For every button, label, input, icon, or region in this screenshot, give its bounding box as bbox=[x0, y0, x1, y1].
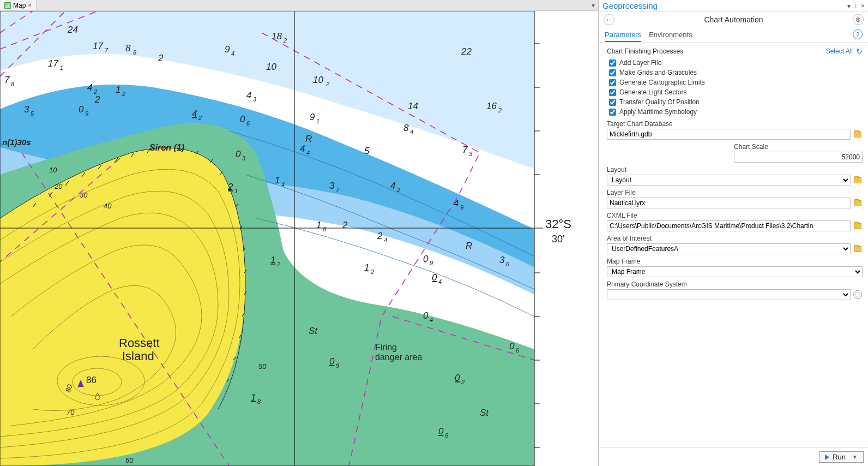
svg-text:10: 10 bbox=[313, 75, 323, 85]
svg-text:4: 4 bbox=[390, 181, 395, 191]
select-all-link[interactable]: Select All bbox=[826, 47, 853, 55]
svg-text:1: 1 bbox=[364, 262, 369, 273]
svg-text:1: 1 bbox=[116, 85, 120, 95]
svg-text:4: 4 bbox=[246, 90, 251, 100]
svg-text:8: 8 bbox=[323, 226, 327, 232]
label-target-db: Target Chart Database bbox=[607, 120, 863, 128]
svg-text:9: 9 bbox=[225, 44, 230, 55]
browse-layer-file[interactable] bbox=[853, 198, 863, 208]
svg-text:2: 2 bbox=[396, 187, 400, 193]
tab-parameters[interactable]: Parameters bbox=[605, 27, 641, 42]
svg-text:2: 2 bbox=[122, 91, 125, 97]
folder-icon bbox=[854, 132, 861, 138]
svg-text:7: 7 bbox=[336, 187, 340, 193]
check-transfer-qop[interactable]: Transfer Quality Of Position bbox=[607, 97, 863, 107]
svg-text:2: 2 bbox=[198, 115, 202, 121]
browse-target-db[interactable] bbox=[853, 129, 863, 139]
browse-layout[interactable] bbox=[853, 175, 863, 185]
svg-text:7: 7 bbox=[105, 47, 108, 53]
browse-pcs[interactable] bbox=[853, 290, 863, 300]
map-canvas[interactable]: 32°S 30' Rossett Island Siren (1) n(1)30… bbox=[0, 11, 598, 466]
check-carto-limits[interactable]: Generate Cartographic Limits bbox=[607, 77, 863, 87]
firing-l2: danger area bbox=[375, 353, 422, 362]
svg-text:10: 10 bbox=[49, 166, 57, 174]
pin-icon[interactable]: ⟂ bbox=[854, 2, 858, 10]
close-panel-icon[interactable]: × bbox=[861, 2, 865, 10]
svg-text:70: 70 bbox=[67, 408, 75, 416]
tab-environments[interactable]: Environments bbox=[649, 27, 692, 42]
svg-text:0: 0 bbox=[455, 373, 460, 383]
checkbox[interactable] bbox=[609, 89, 616, 96]
map-tab-bar: Map × ▾ bbox=[0, 0, 598, 11]
svg-text:4: 4 bbox=[300, 144, 305, 154]
help-icon[interactable]: ? bbox=[853, 29, 863, 39]
close-icon[interactable]: × bbox=[28, 2, 32, 9]
svg-text:3: 3 bbox=[499, 255, 505, 265]
svg-text:1: 1 bbox=[275, 175, 280, 186]
input-chart-scale[interactable] bbox=[734, 152, 863, 163]
browse-aoi[interactable] bbox=[853, 244, 863, 254]
chevron-down-icon[interactable]: ▾ bbox=[847, 2, 851, 10]
globe-icon bbox=[853, 290, 862, 299]
svg-text:4: 4 bbox=[438, 278, 442, 285]
svg-text:6: 6 bbox=[246, 120, 250, 127]
svg-text:3: 3 bbox=[24, 104, 29, 115]
play-icon bbox=[825, 455, 829, 460]
checkbox[interactable] bbox=[609, 79, 616, 86]
reset-icon[interactable]: ↻ bbox=[856, 47, 863, 56]
check-add-layer[interactable]: Add Layer File bbox=[607, 58, 863, 68]
svg-text:6: 6 bbox=[516, 347, 520, 354]
svg-text:18: 18 bbox=[272, 31, 282, 41]
check-apply-sym[interactable]: Apply Maritime Symbology bbox=[607, 107, 863, 117]
svg-text:5: 5 bbox=[31, 110, 34, 117]
input-cxml[interactable] bbox=[607, 220, 851, 231]
select-aoi[interactable]: UserDefinedFeaturesA bbox=[607, 243, 851, 254]
map-tab[interactable]: Map × bbox=[0, 0, 37, 10]
panel-title: Geoprocessing bbox=[602, 1, 658, 10]
browse-cxml[interactable] bbox=[853, 221, 863, 231]
svg-text:4: 4 bbox=[430, 316, 433, 323]
svg-text:30: 30 bbox=[80, 191, 88, 199]
svg-text:8: 8 bbox=[257, 398, 261, 405]
svg-text:17: 17 bbox=[93, 41, 103, 51]
back-button[interactable]: ← bbox=[604, 14, 614, 25]
svg-text:2: 2 bbox=[377, 231, 383, 241]
svg-text:8: 8 bbox=[125, 43, 131, 53]
folder-icon bbox=[854, 200, 861, 206]
check-grids[interactable]: Make Grids and Graticules bbox=[607, 68, 863, 77]
svg-text:0: 0 bbox=[438, 426, 444, 437]
folder-icon bbox=[854, 223, 861, 229]
checkbox[interactable] bbox=[609, 59, 616, 67]
svg-text:9: 9 bbox=[336, 362, 339, 369]
svg-text:0: 0 bbox=[509, 341, 515, 351]
checkbox[interactable] bbox=[609, 99, 616, 106]
chevron-down-icon[interactable]: ▼ bbox=[852, 454, 858, 460]
select-map-frame[interactable]: Map Frame bbox=[607, 266, 863, 277]
svg-text:4: 4 bbox=[231, 50, 234, 57]
svg-text:R: R bbox=[466, 241, 472, 251]
svg-text:2: 2 bbox=[370, 268, 374, 275]
svg-text:R: R bbox=[305, 134, 312, 144]
svg-text:0: 0 bbox=[329, 356, 335, 367]
add-button[interactable]: ⊕ bbox=[853, 14, 864, 25]
input-target-db[interactable] bbox=[607, 129, 851, 140]
tab-menu-dropdown[interactable]: ▾ bbox=[588, 0, 598, 10]
select-layout[interactable]: Layout bbox=[607, 175, 851, 186]
label-pcs: Primary Coordinate System bbox=[607, 280, 863, 288]
select-pcs[interactable] bbox=[607, 289, 851, 300]
svg-text:5: 5 bbox=[364, 146, 370, 156]
checkbox[interactable] bbox=[609, 69, 616, 76]
svg-text:2: 2 bbox=[283, 37, 287, 44]
checkbox[interactable] bbox=[609, 109, 616, 116]
peak-height: 86 bbox=[86, 375, 97, 385]
svg-text:2: 2 bbox=[158, 53, 164, 63]
run-button[interactable]: Run ▼ bbox=[819, 451, 864, 463]
svg-text:14: 14 bbox=[408, 101, 418, 111]
svg-text:1: 1 bbox=[251, 392, 256, 403]
svg-text:1: 1 bbox=[60, 64, 63, 71]
label-layout: Layout bbox=[607, 166, 863, 174]
svg-text:9: 9 bbox=[310, 112, 315, 122]
input-layer-file[interactable] bbox=[607, 198, 851, 208]
check-light-sectors[interactable]: Generate Light Sectors bbox=[607, 87, 863, 97]
svg-text:1: 1 bbox=[316, 118, 320, 124]
